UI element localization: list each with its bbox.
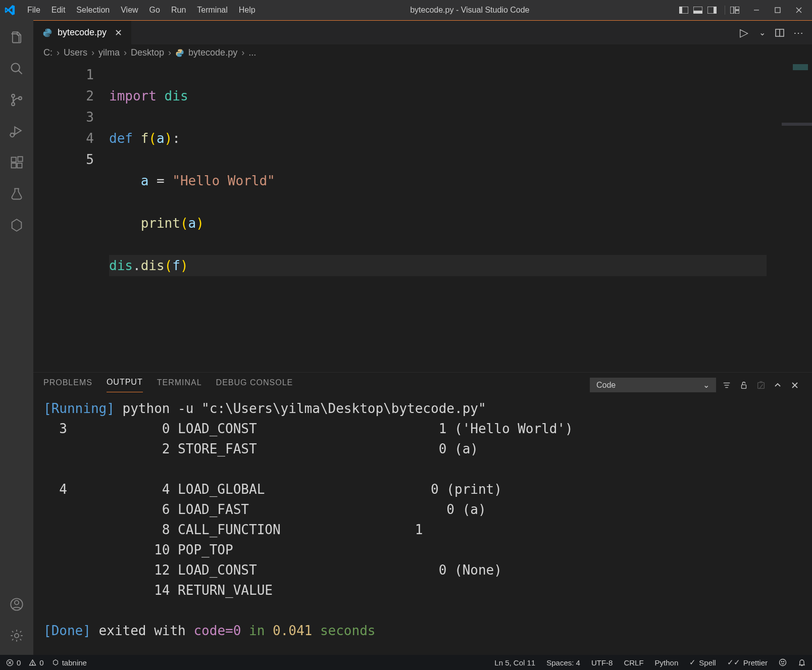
search-icon[interactable]: [5, 57, 29, 81]
menu-go[interactable]: Go: [144, 4, 165, 17]
output-channel-select[interactable]: Code ⌄: [590, 378, 716, 392]
line-number-current: 5: [33, 149, 94, 170]
run-debug-icon[interactable]: [5, 119, 29, 143]
breadcrumb-more[interactable]: ...: [248, 47, 256, 58]
explorer-icon[interactable]: [5, 25, 29, 49]
tab-bytecode-py[interactable]: bytecode.py ✕: [33, 21, 132, 44]
breadcrumb-yilma[interactable]: yilma: [98, 47, 120, 58]
svg-rect-36: [742, 385, 746, 388]
status-warnings[interactable]: 0: [29, 658, 43, 667]
panel-tab-terminal[interactable]: TERMINAL: [157, 378, 202, 392]
svg-point-47: [780, 659, 786, 666]
panel-actions: Code ⌄: [590, 378, 802, 392]
status-spell[interactable]: ✓ Spell: [689, 658, 716, 667]
editor-area: bytecode.py ✕ ▷ ⌄ ⋯ C:› Users› yilma› De…: [33, 20, 812, 655]
line-number: 2: [33, 85, 94, 107]
run-file-icon[interactable]: ▷: [738, 26, 749, 39]
menu-view[interactable]: View: [116, 4, 143, 17]
code-editor[interactable]: 1 2 3 4 5 import dis def f(a): a = "Hell…: [33, 61, 812, 372]
filter-icon[interactable]: [722, 381, 733, 390]
menu-file[interactable]: File: [22, 4, 45, 17]
status-errors[interactable]: 0: [6, 658, 21, 667]
svg-point-49: [783, 661, 784, 662]
code-content[interactable]: import dis def f(a): a = "Hello World" p…: [109, 61, 782, 372]
panel-tab-debug-console[interactable]: DEBUG CONSOLE: [216, 378, 293, 392]
settings-gear-icon[interactable]: [5, 624, 29, 648]
menu-edit[interactable]: Edit: [46, 4, 71, 17]
status-feedback-icon[interactable]: [779, 658, 787, 666]
svg-point-16: [12, 102, 15, 106]
status-spaces[interactable]: Spaces: 4: [546, 658, 580, 667]
window-controls: [747, 3, 808, 18]
minimap[interactable]: [782, 61, 812, 372]
status-bell-icon[interactable]: [798, 658, 806, 666]
status-bar: 0 0 tabnine Ln 5, Col 11 Spaces: 4 UTF-8…: [0, 655, 812, 670]
menu-run[interactable]: Run: [166, 4, 191, 17]
more-actions-icon[interactable]: ⋯: [793, 27, 804, 39]
svg-rect-6: [730, 7, 734, 14]
layout-icons: [679, 6, 742, 15]
status-eol[interactable]: CRLF: [624, 658, 643, 667]
python-breadcrumb-icon: [175, 47, 184, 58]
line-number: 3: [33, 107, 94, 128]
close-icon[interactable]: [790, 3, 808, 18]
close-panel-icon[interactable]: [791, 381, 802, 389]
clear-output-icon[interactable]: [756, 381, 768, 390]
svg-point-15: [12, 94, 15, 97]
svg-line-21: [11, 133, 11, 133]
breadcrumb-file[interactable]: bytecode.py: [188, 47, 237, 58]
lock-scroll-icon[interactable]: [739, 381, 750, 390]
main-menu: File Edit Selection View Go Run Terminal…: [22, 4, 261, 17]
line-number: 1: [33, 64, 94, 85]
status-prettier[interactable]: ✓✓ Prettier: [727, 658, 768, 667]
line-number-gutter: 1 2 3 4 5: [33, 61, 109, 372]
output-content[interactable]: [Running] python -u "c:\Users\yilma\Desk…: [33, 392, 812, 655]
svg-rect-3: [693, 11, 702, 14]
testing-icon[interactable]: [5, 182, 29, 206]
maximize-panel-icon[interactable]: [774, 381, 785, 389]
svg-point-46: [32, 664, 33, 664]
editor-actions: ▷ ⌄ ⋯: [738, 21, 812, 44]
editor-tabs: bytecode.py ✕ ▷ ⌄ ⋯: [33, 20, 812, 44]
bottom-panel: PROBLEMS OUTPUT TERMINAL DEBUG CONSOLE C…: [33, 372, 812, 655]
extensions-icon[interactable]: [5, 150, 29, 175]
customize-layout-icon[interactable]: [730, 7, 742, 14]
status-language[interactable]: Python: [655, 658, 679, 667]
vscode-logo-icon: [4, 4, 16, 16]
svg-point-17: [19, 97, 22, 100]
run-dropdown-icon[interactable]: ⌄: [756, 28, 768, 37]
python-file-icon: [42, 28, 53, 38]
menu-selection[interactable]: Selection: [71, 4, 115, 17]
breadcrumbs[interactable]: C:› Users› yilma› Desktop› bytecode.py› …: [33, 44, 812, 61]
svg-rect-24: [12, 163, 16, 168]
svg-rect-5: [714, 7, 717, 14]
svg-line-22: [13, 133, 14, 133]
panel-tab-output[interactable]: OUTPUT: [107, 378, 143, 392]
hex-extension-icon[interactable]: [5, 213, 29, 237]
svg-rect-37: [758, 382, 765, 388]
layout-bottom-icon[interactable]: [693, 7, 705, 14]
breadcrumb-users[interactable]: Users: [64, 47, 87, 58]
source-control-icon[interactable]: [5, 88, 29, 112]
accounts-icon[interactable]: [5, 592, 29, 616]
window-title: bytecode.py - Visual Studio Code: [261, 6, 679, 15]
maximize-icon[interactable]: [769, 3, 787, 18]
status-tabnine[interactable]: tabnine: [52, 658, 87, 667]
panel-tabs: PROBLEMS OUTPUT TERMINAL DEBUG CONSOLE C…: [33, 373, 812, 392]
svg-line-14: [19, 71, 22, 74]
breadcrumb-desktop[interactable]: Desktop: [131, 47, 164, 58]
layout-left-icon[interactable]: [679, 7, 691, 14]
status-encoding[interactable]: UTF-8: [591, 658, 613, 667]
menu-help[interactable]: Help: [234, 4, 261, 17]
layout-right-icon[interactable]: [707, 7, 720, 14]
panel-tab-problems[interactable]: PROBLEMS: [43, 378, 92, 392]
output-channel-value: Code: [596, 381, 616, 390]
tab-filename: bytecode.py: [58, 27, 107, 38]
split-editor-icon[interactable]: [775, 28, 786, 38]
svg-rect-23: [12, 158, 16, 162]
tab-close-icon[interactable]: ✕: [115, 27, 122, 38]
status-ln-col[interactable]: Ln 5, Col 11: [494, 658, 535, 667]
minimize-icon[interactable]: [747, 3, 766, 18]
menu-terminal[interactable]: Terminal: [192, 4, 232, 17]
breadcrumb-c[interactable]: C:: [43, 47, 53, 58]
